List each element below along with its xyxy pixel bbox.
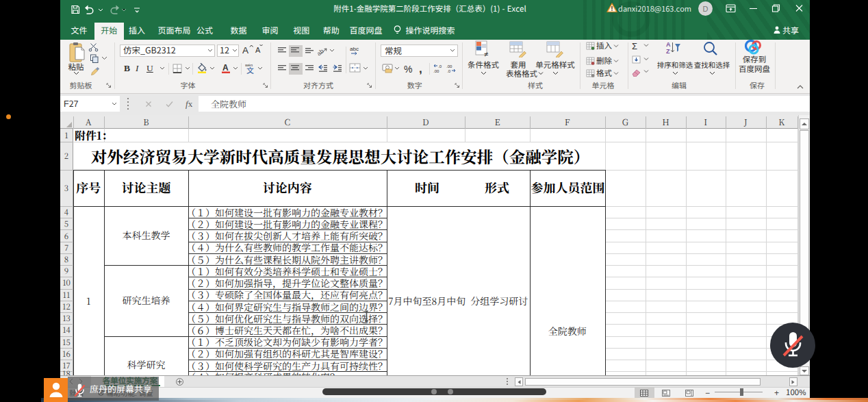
svg-text:A: A (666, 41, 671, 48)
svg-text:A: A (255, 46, 261, 54)
svg-text:ab: ab (318, 47, 325, 55)
svg-text:A: A (242, 45, 248, 55)
svg-text:c: c (356, 46, 359, 52)
